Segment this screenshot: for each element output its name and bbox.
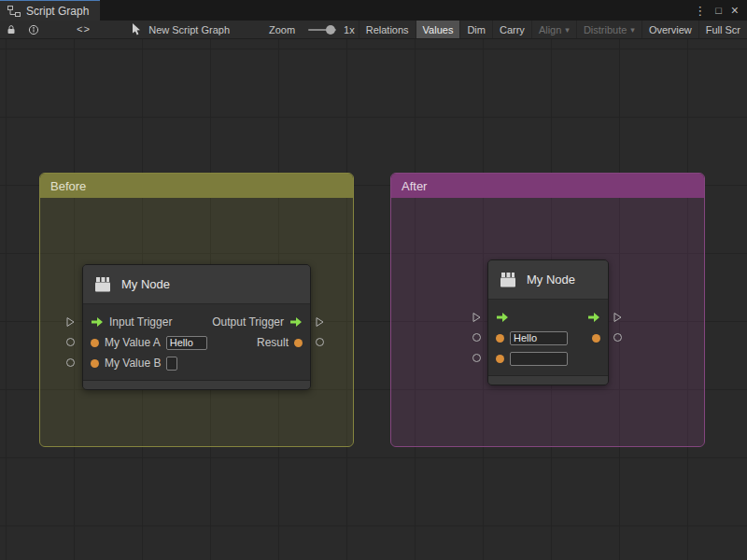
my-value-a-label: My Value A	[105, 336, 161, 349]
relations-label: Relations	[366, 24, 409, 35]
values-button[interactable]: Values	[416, 21, 460, 38]
node-footer	[83, 380, 310, 389]
new-script-graph-button[interactable]: New Script Graph	[126, 21, 235, 38]
code-button[interactable]: <>	[71, 21, 96, 38]
script-graph-icon	[7, 6, 21, 17]
external-flow-port-indicator	[472, 312, 481, 323]
graph-canvas[interactable]: Before After My Node Input Trigger	[0, 39, 747, 560]
node-my-node-after[interactable]: My Node	[487, 259, 609, 385]
result-port-icon[interactable]	[294, 339, 303, 347]
toolbar-right-group: Relations Values Dim Carry Align ▾ Distr…	[359, 21, 747, 38]
maximize-icon[interactable]: □	[715, 6, 722, 16]
port-row	[488, 307, 608, 328]
lock-button[interactable]	[0, 21, 22, 38]
external-value-port-indicator	[66, 358, 75, 367]
dropdown-caret-icon: ▾	[565, 25, 570, 35]
output-trigger-label: Output Trigger	[212, 315, 284, 329]
kebab-menu-icon[interactable]: ⋮	[694, 5, 706, 17]
external-value-port-indicator	[316, 338, 324, 346]
result-label: Result	[257, 336, 289, 349]
values-label: Values	[423, 24, 454, 35]
group-before-header[interactable]: Before	[40, 174, 353, 198]
my-value-b-input[interactable]	[166, 357, 177, 371]
my-value-b-label: My Value B	[105, 357, 161, 370]
node-body: Input Trigger Output Trigger My Value A …	[83, 304, 310, 377]
output-trigger-port-icon[interactable]	[587, 312, 600, 323]
external-value-port-indicator	[472, 354, 481, 362]
close-icon[interactable]: ×	[731, 4, 739, 17]
fullscreen-button[interactable]: Full Scr	[698, 21, 747, 38]
tab-title: Script Graph	[26, 5, 89, 18]
port-row: Input Trigger Output Trigger	[83, 312, 310, 332]
info-icon	[28, 24, 39, 35]
node-title: My Node	[121, 277, 170, 291]
carry-button[interactable]: Carry	[492, 21, 531, 38]
result-port-icon[interactable]	[592, 334, 600, 343]
dropdown-caret-icon: ▾	[630, 25, 635, 35]
distribute-label: Distribute	[584, 24, 627, 35]
port-row: My Value B	[83, 353, 310, 373]
node-footer	[488, 375, 608, 385]
node-icon	[92, 274, 113, 295]
zoom-slider[interactable]	[308, 21, 336, 38]
input-trigger-label: Input Trigger	[109, 315, 172, 329]
tab-script-graph[interactable]: Script Graph	[0, 0, 100, 21]
my-value-a-input[interactable]	[510, 331, 568, 345]
node-body	[488, 300, 608, 372]
external-flow-port-indicator	[66, 316, 75, 328]
group-after-header[interactable]: After	[391, 174, 704, 198]
node-title: My Node	[527, 273, 575, 287]
fullscreen-label: Full Scr	[706, 24, 740, 35]
external-value-port-indicator	[472, 333, 481, 342]
external-flow-port-indicator	[316, 316, 324, 328]
window-controls: ⋮ □ ×	[694, 0, 747, 21]
output-trigger-port-icon[interactable]	[289, 316, 303, 328]
group-after-title: After	[402, 179, 427, 193]
lock-icon	[6, 24, 17, 35]
zoom-slider-knob[interactable]	[326, 25, 335, 35]
carry-label: Carry	[500, 24, 525, 35]
my-value-b-port-icon[interactable]	[496, 355, 504, 363]
code-label: <>	[77, 24, 91, 35]
cursor-icon	[132, 23, 142, 35]
node-header[interactable]: My Node	[83, 265, 310, 304]
zoom-label: Zoom	[263, 21, 301, 38]
overview-label: Overview	[649, 24, 692, 35]
dim-label: Dim	[467, 24, 486, 35]
group-before-title: Before	[50, 179, 86, 193]
input-trigger-port-icon[interactable]	[91, 316, 104, 328]
port-row	[488, 348, 608, 369]
align-label: Align	[539, 24, 561, 35]
info-button[interactable]	[22, 21, 45, 38]
dim-button[interactable]: Dim	[459, 21, 492, 38]
port-row: My Value A Result	[83, 332, 310, 353]
my-value-b-port-icon[interactable]	[91, 359, 99, 368]
node-icon	[498, 270, 518, 290]
port-row	[488, 328, 608, 348]
relations-button[interactable]: Relations	[359, 21, 416, 38]
external-value-port-indicator	[66, 338, 75, 346]
distribute-button[interactable]: Distribute ▾	[576, 21, 641, 38]
overview-button[interactable]: Overview	[641, 21, 698, 38]
my-value-a-input[interactable]	[166, 336, 207, 350]
new-script-graph-label: New Script Graph	[148, 24, 230, 35]
my-value-b-input[interactable]	[510, 352, 568, 366]
align-button[interactable]: Align ▾	[531, 21, 576, 38]
graph-toolbar: <> New Script Graph Zoom 1x Relations Va…	[0, 21, 747, 39]
tab-bar: Script Graph ⋮ □ ×	[0, 0, 747, 21]
zoom-value: 1x	[344, 21, 359, 38]
external-flow-port-indicator	[613, 312, 622, 323]
my-value-a-port-icon[interactable]	[91, 339, 99, 347]
zoom-slider-track	[308, 29, 336, 31]
input-trigger-port-icon[interactable]	[496, 312, 509, 323]
node-my-node-before[interactable]: My Node Input Trigger Output Trigger My …	[82, 264, 311, 390]
external-value-port-indicator	[613, 333, 622, 342]
my-value-a-port-icon[interactable]	[496, 334, 504, 343]
node-header[interactable]: My Node	[488, 260, 608, 300]
